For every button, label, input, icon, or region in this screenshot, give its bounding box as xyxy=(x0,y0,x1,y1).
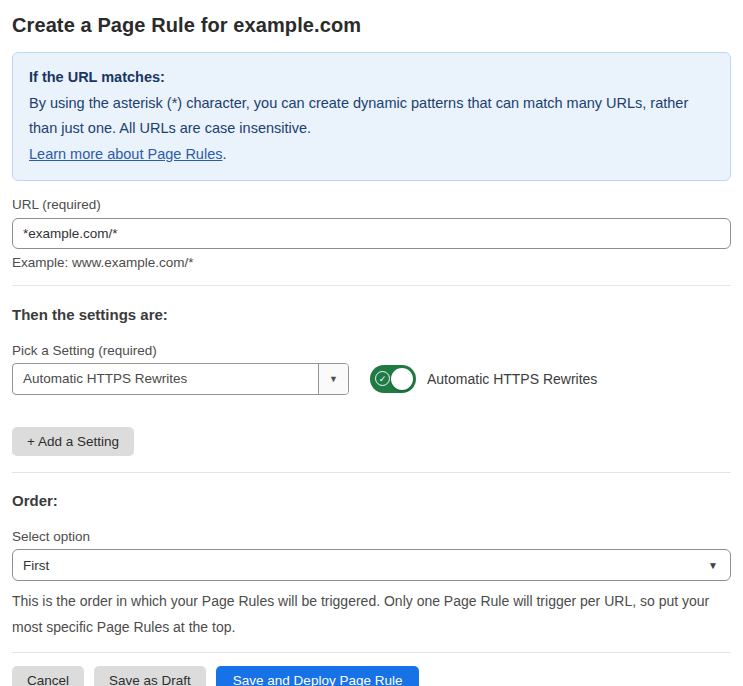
divider xyxy=(12,472,731,473)
url-input[interactable] xyxy=(12,218,731,249)
learn-more-link[interactable]: Learn more about Page Rules xyxy=(29,146,222,162)
info-box-body: By using the asterisk (*) character, you… xyxy=(29,91,714,142)
check-icon: ✓ xyxy=(375,371,390,386)
cancel-button[interactable]: Cancel xyxy=(12,666,84,686)
save-as-draft-button[interactable]: Save as Draft xyxy=(94,666,206,686)
dropdown-arrow-icon[interactable]: ▼ xyxy=(318,364,348,394)
order-helper-text: This is the order in which your Page Rul… xyxy=(12,588,712,640)
divider xyxy=(12,652,731,653)
url-matches-info-box: If the URL matches: By using the asteris… xyxy=(12,52,731,181)
setting-toggle[interactable]: ✓ xyxy=(370,365,416,393)
footer-actions: Cancel Save as Draft Save and Deploy Pag… xyxy=(12,666,731,686)
order-select-value: First xyxy=(13,558,708,573)
settings-section-heading: Then the settings are: xyxy=(12,306,731,323)
setting-select-value: Automatic HTTPS Rewrites xyxy=(13,364,318,394)
toggle-knob xyxy=(391,368,413,390)
add-setting-button[interactable]: + Add a Setting xyxy=(12,427,134,456)
divider xyxy=(12,285,731,286)
setting-select-dropdown[interactable]: Automatic HTTPS Rewrites ▼ xyxy=(12,363,349,395)
setting-toggle-label: Automatic HTTPS Rewrites xyxy=(427,371,597,387)
setting-picker-label: Pick a Setting (required) xyxy=(12,343,731,358)
order-select-label: Select option xyxy=(12,529,731,544)
create-page-rule-panel: Create a Page Rule for example.com If th… xyxy=(0,0,743,686)
url-field-label: URL (required) xyxy=(12,197,731,212)
info-box-heading: If the URL matches: xyxy=(29,65,714,91)
order-section-heading: Order: xyxy=(12,492,731,509)
url-helper-text: Example: www.example.com/* xyxy=(12,255,731,270)
page-title: Create a Page Rule for example.com xyxy=(12,14,731,37)
save-and-deploy-button[interactable]: Save and Deploy Page Rule xyxy=(216,666,420,686)
setting-row: Automatic HTTPS Rewrites ▼ ✓ Automatic H… xyxy=(12,363,731,395)
info-box-link-line: Learn more about Page Rules. xyxy=(29,142,714,168)
select-chevron-icon: ▼ xyxy=(708,560,730,571)
link-suffix: . xyxy=(222,146,226,162)
order-select-dropdown[interactable]: First ▼ xyxy=(12,549,731,581)
